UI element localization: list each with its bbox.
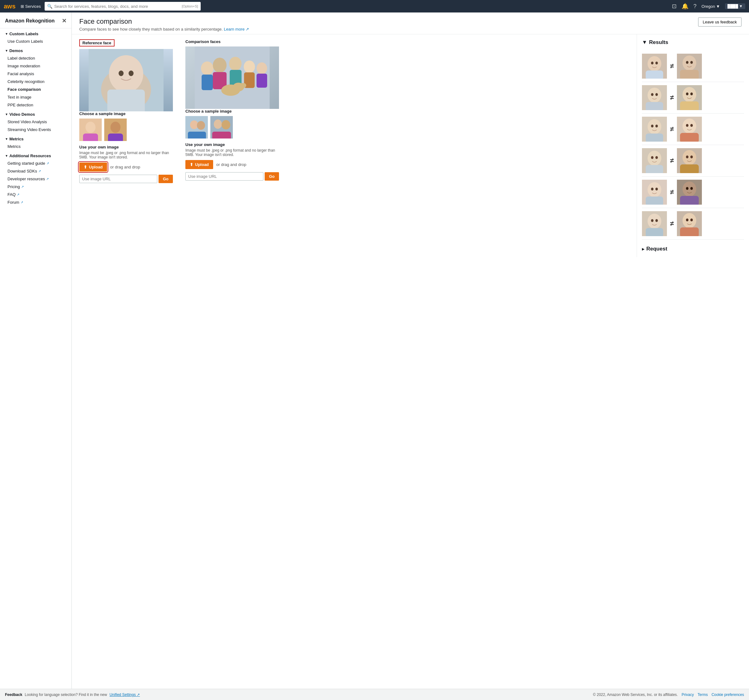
external-link-icon: ↗ (246, 27, 249, 32)
sidebar-item-celebrity-recognition[interactable]: Celebrity recognition (0, 78, 72, 85)
result-face-comp-1 (677, 53, 702, 79)
svg-point-92 (686, 219, 688, 221)
svg-point-66 (648, 151, 661, 166)
sidebar-item-pricing[interactable]: Pricing ↗ (0, 183, 72, 191)
services-button[interactable]: ⊞ Services (21, 4, 41, 9)
sidebar-item-label-detection[interactable]: Label detection (0, 54, 72, 62)
learn-more-link[interactable]: Learn more ↗ (224, 27, 249, 32)
svg-rect-89 (646, 228, 663, 236)
result-face-comp-3 (677, 117, 702, 142)
sidebar-item-facial-analysis[interactable]: Facial analysis (0, 70, 72, 78)
help-icon[interactable]: ? (694, 3, 697, 10)
bottom-bar-middle-text: Looking for language selection? Find it … (24, 692, 107, 697)
svg-point-83 (690, 187, 693, 190)
sidebar-item-faq[interactable]: FAQ ↗ (0, 191, 72, 198)
top-navigation: aws ⊞ Services 🔍 [Option+S] ⊡ 🔔 ? Oregon… (0, 0, 749, 12)
svg-point-53 (690, 93, 693, 96)
user-menu-button[interactable]: ████ ▼ (725, 3, 745, 9)
svg-point-26 (240, 83, 246, 88)
console-icon[interactable]: ⊡ (672, 3, 677, 10)
svg-point-41 (683, 55, 696, 70)
svg-rect-5 (107, 90, 145, 111)
comp-sample-thumb-2[interactable] (210, 116, 233, 139)
unified-settings-link[interactable]: Unified Settings ↗ (110, 692, 140, 697)
sidebar-item-face-comparison[interactable]: Face comparison (0, 85, 72, 93)
svg-rect-39 (646, 70, 663, 79)
chevron-down-icon: ▼ (716, 4, 720, 9)
go-comp-button[interactable]: Go (264, 172, 279, 181)
url-ref-input[interactable] (79, 175, 157, 183)
demo-container: Reference face (72, 34, 749, 257)
upload-comp-button[interactable]: ⬆ Upload (185, 160, 213, 169)
svg-point-9 (86, 125, 90, 130)
external-link-icon: ↗ (21, 185, 24, 188)
page-title: Face comparison (79, 17, 249, 26)
sidebar-close-button[interactable]: ✕ (62, 17, 66, 24)
privacy-link[interactable]: Privacy (682, 692, 694, 697)
svg-point-32 (214, 119, 222, 129)
sidebar-item-image-moderation[interactable]: Image moderation (0, 62, 72, 70)
search-bar[interactable]: 🔍 [Option+S] (44, 2, 201, 11)
svg-point-73 (690, 156, 693, 159)
svg-point-20 (244, 61, 255, 73)
region-button[interactable]: Oregon ▼ (702, 4, 720, 9)
search-icon: 🔍 (47, 4, 52, 9)
result-face-ref-2 (642, 85, 667, 110)
comparison-sample-thumbnails (185, 116, 279, 139)
svg-point-71 (683, 150, 696, 165)
result-row-3: ≠ (642, 114, 744, 145)
svg-point-78 (656, 188, 658, 191)
svg-rect-15 (202, 75, 213, 90)
aws-logo[interactable]: aws (4, 3, 15, 10)
svg-point-63 (690, 124, 693, 127)
go-ref-button[interactable]: Go (159, 175, 173, 183)
cookie-preferences-link[interactable]: Cookie preferences (712, 692, 744, 697)
svg-point-88 (656, 219, 658, 222)
sidebar-section-metrics[interactable]: ▼ Metrics (0, 134, 72, 143)
terms-link[interactable]: Terms (697, 692, 708, 697)
sidebar-item-forum[interactable]: Forum ↗ (0, 198, 72, 206)
svg-point-14 (201, 61, 214, 75)
svg-rect-23 (257, 74, 267, 88)
svg-rect-12 (108, 134, 123, 141)
sidebar-item-streaming-video-events[interactable]: Streaming Video Events (0, 126, 72, 134)
sidebar-item-getting-started[interactable]: Getting started guide ↗ (0, 159, 72, 167)
sidebar-item-download-sdks[interactable]: Download SDKs ↗ (0, 167, 72, 175)
external-link-icon: ↗ (46, 162, 49, 165)
feedback-button[interactable]: Leave us feedback (698, 17, 741, 26)
sidebar-item-text-in-image[interactable]: Text in image (0, 93, 72, 101)
svg-point-93 (690, 219, 693, 221)
sidebar-item-metrics[interactable]: Metrics (0, 143, 72, 150)
sidebar-item-stored-video-analysis[interactable]: Stored Video Analysis (0, 118, 72, 126)
url-comp-input[interactable] (185, 172, 263, 181)
sidebar-item-developer-resources[interactable]: Developer resources ↗ (0, 175, 72, 183)
svg-point-56 (648, 119, 661, 134)
user-chevron-icon: ▼ (739, 4, 743, 8)
sample-thumb-2[interactable] (104, 119, 127, 141)
section-label: Demos (9, 48, 23, 53)
comparison-faces-section: Comparison faces (185, 39, 279, 183)
search-input[interactable] (54, 4, 180, 9)
sidebar-section-demos[interactable]: ▼ Demos (0, 45, 72, 54)
sidebar-item-ppe-detection[interactable]: PPE detection (0, 101, 72, 109)
svg-point-58 (656, 125, 658, 128)
sidebar-section-custom-labels[interactable]: ▼ Custom Labels (0, 28, 72, 37)
sidebar-section-video-demos[interactable]: ▼ Video Demos (0, 109, 72, 118)
feedback-link[interactable]: Feedback (5, 692, 22, 697)
bell-icon[interactable]: 🔔 (682, 3, 688, 10)
svg-point-67 (651, 156, 654, 159)
page-header: Face comparison Compare faces to see how… (72, 12, 749, 34)
request-title[interactable]: ▶ Request (642, 246, 744, 252)
sidebar-section-additional-resources[interactable]: ▼ Additional Resources (0, 150, 72, 159)
sidebar-item-use-custom-labels[interactable]: Use Custom Labels (0, 37, 72, 45)
result-row-4: ≠ (642, 145, 744, 177)
chevron-icon: ▼ (5, 32, 8, 35)
sample-thumb-1[interactable] (79, 119, 102, 141)
sidebar-title: Amazon Rekognition (5, 18, 55, 24)
svg-point-62 (686, 124, 688, 127)
svg-point-52 (686, 93, 688, 96)
upload-ref-button[interactable]: ⬆ Upload (79, 163, 107, 172)
user-label: ████ (728, 4, 738, 8)
comp-sample-thumb-1[interactable] (185, 116, 208, 139)
page-title-area: Face comparison Compare faces to see how… (79, 17, 249, 32)
